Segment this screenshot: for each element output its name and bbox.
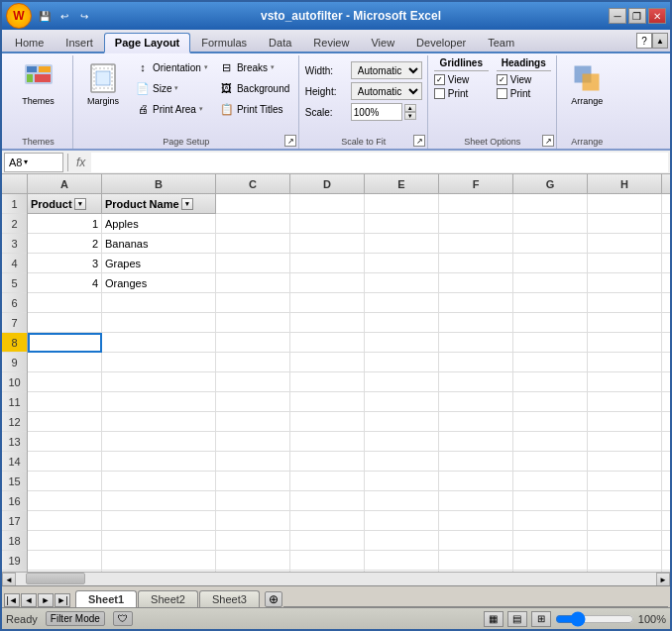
tab-formulas[interactable]: Formulas <box>190 33 258 52</box>
row-num-2[interactable]: 2 <box>2 214 27 234</box>
cell-i8[interactable] <box>662 333 670 353</box>
cell-e6[interactable] <box>365 293 439 313</box>
cell-f3[interactable] <box>439 234 513 254</box>
cell-g3[interactable] <box>513 234 588 254</box>
row-num-12[interactable]: 12 <box>2 412 27 432</box>
sheet-tab-sheet1[interactable]: Sheet1 <box>75 590 137 607</box>
headings-view-checkbox[interactable]: ✓ <box>497 74 507 85</box>
sheet-tab-sheet2[interactable]: Sheet2 <box>138 590 198 607</box>
cell-d2[interactable] <box>290 214 365 234</box>
margins-button[interactable]: Margins <box>77 57 129 121</box>
height-select[interactable]: Automatic <box>351 82 422 100</box>
cell-g7[interactable] <box>513 313 588 333</box>
cell-h4[interactable] <box>588 254 662 273</box>
name-box[interactable]: A8 ▾ <box>4 153 63 172</box>
office-button[interactable]: W <box>6 3 32 29</box>
background-button[interactable]: 🖼 Background <box>215 78 294 98</box>
row-num-19[interactable]: 19 <box>2 551 27 571</box>
col-header-b[interactable]: B <box>102 174 216 193</box>
cell-g1[interactable] <box>513 194 588 214</box>
cell-a7[interactable] <box>28 313 102 333</box>
cell-i7[interactable] <box>662 313 670 333</box>
ribbon-collapse-button[interactable]: ▲ <box>652 33 668 49</box>
tab-page-layout[interactable]: Page Layout <box>104 33 190 53</box>
sheet-add-button[interactable]: ⊕ <box>265 591 282 607</box>
row-num-4[interactable]: 4 <box>2 254 27 273</box>
cell-h3[interactable] <box>588 234 662 254</box>
cell-a5[interactable]: 4 <box>28 273 102 293</box>
cell-e2[interactable] <box>365 214 439 234</box>
cell-e8[interactable] <box>365 333 439 353</box>
breaks-button[interactable]: ⊟ Breaks ▾ <box>215 57 294 77</box>
page-break-view-btn[interactable]: ⊞ <box>531 611 551 627</box>
cell-a4[interactable]: 3 <box>28 254 102 273</box>
row-num-7[interactable]: 7 <box>2 313 27 333</box>
row-num-16[interactable]: 16 <box>2 491 27 511</box>
cell-f1[interactable] <box>439 194 513 214</box>
scale-up-btn[interactable]: ▲ <box>404 104 416 112</box>
cell-c1[interactable] <box>216 194 290 214</box>
page-setup-expand-button[interactable]: ↗ <box>284 135 296 147</box>
cell-f5[interactable] <box>439 273 513 293</box>
redo-quick-btn[interactable]: ↪ <box>75 7 93 25</box>
col-header-e[interactable]: E <box>365 174 439 193</box>
cell-h6[interactable] <box>588 293 662 313</box>
cell-i5[interactable] <box>662 273 670 293</box>
page-layout-view-btn[interactable]: ▤ <box>507 611 527 627</box>
cell-a9[interactable] <box>28 353 102 372</box>
sheet-next-btn[interactable]: ► <box>38 593 54 607</box>
print-area-button[interactable]: 🖨 Print Area ▾ <box>131 99 213 119</box>
cell-a3[interactable]: 2 <box>28 234 102 254</box>
cell-c8[interactable] <box>216 333 290 353</box>
row-num-6[interactable]: 6 <box>2 293 27 313</box>
tab-team[interactable]: Team <box>477 33 525 52</box>
row-num-9[interactable]: 9 <box>2 353 27 372</box>
cell-b7[interactable] <box>102 313 216 333</box>
cell-e1[interactable] <box>365 194 439 214</box>
width-select[interactable]: Automatic <box>351 61 422 79</box>
arrange-button[interactable]: Arrange <box>562 57 612 121</box>
scroll-right-button[interactable]: ► <box>656 573 670 585</box>
close-button[interactable]: ✕ <box>648 8 666 24</box>
cell-b9[interactable] <box>102 353 216 372</box>
row-num-8[interactable]: 8 <box>2 333 27 353</box>
cell-f2[interactable] <box>439 214 513 234</box>
cell-f8[interactable] <box>439 333 513 353</box>
tab-view[interactable]: View <box>360 33 405 52</box>
cell-d5[interactable] <box>290 273 365 293</box>
col-header-i[interactable]: I <box>662 174 670 193</box>
col-header-f[interactable]: F <box>439 174 513 193</box>
themes-button[interactable]: Themes <box>14 57 63 121</box>
cell-d7[interactable] <box>290 313 365 333</box>
row-num-3[interactable]: 3 <box>2 234 27 254</box>
cell-i2[interactable] <box>662 214 670 234</box>
restore-button[interactable]: ❐ <box>628 8 646 24</box>
cell-d3[interactable] <box>290 234 365 254</box>
cell-c4[interactable] <box>216 254 290 273</box>
cell-e4[interactable] <box>365 254 439 273</box>
cell-d6[interactable] <box>290 293 365 313</box>
sheet-tab-sheet3[interactable]: Sheet3 <box>199 590 260 607</box>
minimize-button[interactable]: ─ <box>609 8 626 24</box>
h-scroll-track[interactable] <box>16 573 656 585</box>
row-num-17[interactable]: 17 <box>2 511 27 531</box>
cell-c6[interactable] <box>216 293 290 313</box>
size-button[interactable]: 📄 Size ▾ <box>131 78 213 98</box>
col-header-a[interactable]: A <box>28 174 102 193</box>
macro-security-badge[interactable]: 🛡 <box>113 611 133 626</box>
cell-h7[interactable] <box>588 313 662 333</box>
cell-g8[interactable] <box>513 333 588 353</box>
gridlines-print-checkbox[interactable] <box>434 88 445 99</box>
print-titles-button[interactable]: 📋 Print Titles <box>215 99 294 119</box>
normal-view-btn[interactable]: ▦ <box>484 611 504 627</box>
cell-e7[interactable] <box>365 313 439 333</box>
row-num-15[interactable]: 15 <box>2 472 27 491</box>
cell-b4[interactable]: Grapes <box>102 254 216 273</box>
filter-dropdown-a1[interactable]: ▾ <box>74 198 86 210</box>
orientation-button[interactable]: ↕ Orientation ▾ <box>131 57 213 77</box>
col-header-h[interactable]: H <box>588 174 662 193</box>
scroll-left-button[interactable]: ◄ <box>2 573 16 585</box>
cell-g5[interactable] <box>513 273 588 293</box>
cell-i1[interactable] <box>662 194 670 214</box>
cell-i6[interactable] <box>662 293 670 313</box>
